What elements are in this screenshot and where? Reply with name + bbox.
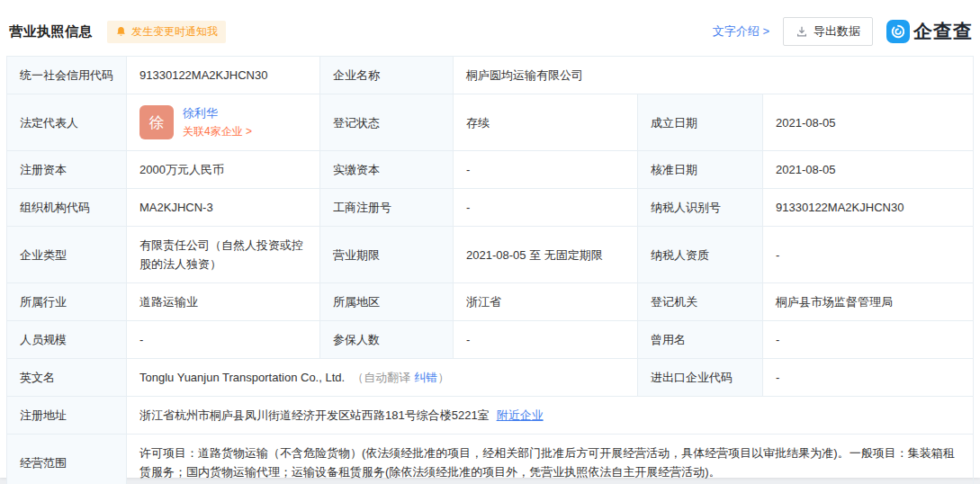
value-paid-capital: - xyxy=(454,151,638,189)
notify-label: 发生变更时通知我 xyxy=(131,24,218,40)
business-license-card: 营业执照信息 发生变更时通知我 文字介绍 > 导出数据 企查查 xyxy=(0,0,980,478)
label-registration-status: 登记状态 xyxy=(320,94,454,151)
label-region: 所属地区 xyxy=(320,283,454,321)
value-business-scope: 许可项目：道路货物运输（不含危险货物）(依法须经批准的项目，经相关部门批准后方可… xyxy=(127,435,974,484)
label-registered-address: 注册地址 xyxy=(7,397,127,435)
download-icon xyxy=(796,25,808,38)
value-credit-code: 91330122MA2KJHCN30 xyxy=(127,57,320,94)
qichacha-logo-icon xyxy=(886,20,910,43)
value-company-type: 有限责任公司（自然人投资或控股的法人独资） xyxy=(127,227,320,283)
value-legal-representative: 徐 徐利华 关联4家企业 > xyxy=(127,94,320,151)
english-name-text: Tonglu Yuanjun Transportation Co., Ltd. xyxy=(139,368,345,387)
export-label: 导出数据 xyxy=(814,23,860,40)
qichacha-logo[interactable]: 企查查 xyxy=(886,19,973,44)
value-establish-date: 2021-08-05 xyxy=(763,94,974,151)
label-establish-date: 成立日期 xyxy=(638,94,763,151)
value-taxpayer-id: 91330122MA2KJHCN30 xyxy=(763,189,974,227)
value-taxpayer-qualification: - xyxy=(763,227,974,283)
label-business-scope: 经营范围 xyxy=(7,435,127,484)
label-taxpayer-qualification: 纳税人资质 xyxy=(638,227,763,283)
header: 营业执照信息 发生变更时通知我 文字介绍 > 导出数据 企查查 xyxy=(9,16,973,47)
value-business-reg-no: - xyxy=(454,189,638,227)
label-company-name: 企业名称 xyxy=(320,57,454,94)
value-organization-code: MA2KJHCN-3 xyxy=(127,189,320,227)
page-title: 营业执照信息 xyxy=(9,23,93,40)
value-industry: 道路运输业 xyxy=(127,283,320,321)
value-insured-count: - xyxy=(454,321,638,359)
bell-icon xyxy=(115,26,127,38)
label-paid-capital: 实缴资本 xyxy=(320,151,454,189)
value-english-name: Tonglu Yuanjun Transportation Co., Ltd. … xyxy=(127,359,638,397)
label-company-type: 企业类型 xyxy=(7,227,127,283)
value-business-term: 2021-08-05 至 无固定期限 xyxy=(454,227,638,283)
auto-translate-note: （自动翻译 xyxy=(352,368,410,387)
value-approval-date: 2021-08-05 xyxy=(763,151,974,189)
label-import-export-code: 进出口企业代码 xyxy=(638,359,763,397)
value-region: 浙江省 xyxy=(454,283,638,321)
label-business-reg-no: 工商注册号 xyxy=(320,189,454,227)
value-registration-status: 存续 xyxy=(454,94,638,151)
label-taxpayer-id: 纳税人识别号 xyxy=(638,189,763,227)
auto-translate-note-close: ） xyxy=(437,368,449,387)
label-former-name: 曾用名 xyxy=(638,321,763,359)
license-table: 统一社会信用代码 91330122MA2KJHCN30 企业名称 桐庐圆均运输有… xyxy=(6,56,974,484)
correction-link[interactable]: 纠错 xyxy=(414,368,437,387)
notify-on-change-button[interactable]: 发生变更时通知我 xyxy=(107,21,226,43)
registered-address-text: 浙江省杭州市桐庐县凤川街道经济开发区站西路181号综合楼5221室 xyxy=(139,406,490,425)
label-registered-capital: 注册资本 xyxy=(7,151,127,189)
label-organization-code: 组织机构代码 xyxy=(7,189,127,227)
value-former-name: - xyxy=(763,321,974,359)
text-intro-link[interactable]: 文字介绍 > xyxy=(713,23,769,40)
value-registered-address: 浙江省杭州市桐庐县凤川街道经济开发区站西路181号综合楼5221室 附近企业 xyxy=(127,397,974,435)
legal-rep-avatar[interactable]: 徐 xyxy=(139,105,174,139)
value-import-export-code: - xyxy=(763,359,974,397)
value-staff-size: - xyxy=(127,321,320,359)
value-company-name: 桐庐圆均运输有限公司 xyxy=(454,57,974,94)
label-credit-code: 统一社会信用代码 xyxy=(7,57,127,94)
export-data-button[interactable]: 导出数据 xyxy=(783,17,873,46)
label-english-name: 英文名 xyxy=(7,359,127,397)
label-business-term: 营业期限 xyxy=(320,227,454,283)
value-registered-capital: 2000万元人民币 xyxy=(127,151,320,189)
header-actions: 文字介绍 > 导出数据 企查查 xyxy=(713,17,973,46)
label-industry: 所属行业 xyxy=(7,283,127,321)
label-legal-representative: 法定代表人 xyxy=(7,94,127,151)
qichacha-logo-text: 企查查 xyxy=(913,19,973,44)
label-staff-size: 人员规模 xyxy=(7,321,127,359)
legal-rep-name-link[interactable]: 徐利华 xyxy=(183,105,252,121)
label-approval-date: 核准日期 xyxy=(638,151,763,189)
value-registration-authority: 桐庐县市场监督管理局 xyxy=(763,283,974,321)
legal-rep-info: 徐利华 关联4家企业 > xyxy=(183,105,252,139)
business-scope-text: 许可项目：道路货物运输（不含危险货物）(依法须经批准的项目，经相关部门批准后方可… xyxy=(139,444,960,481)
label-registration-authority: 登记机关 xyxy=(638,283,763,321)
label-insured-count: 参保人数 xyxy=(320,321,454,359)
related-companies-link[interactable]: 关联4家企业 > xyxy=(183,124,252,139)
nearby-companies-link[interactable]: 附近企业 xyxy=(497,406,544,425)
